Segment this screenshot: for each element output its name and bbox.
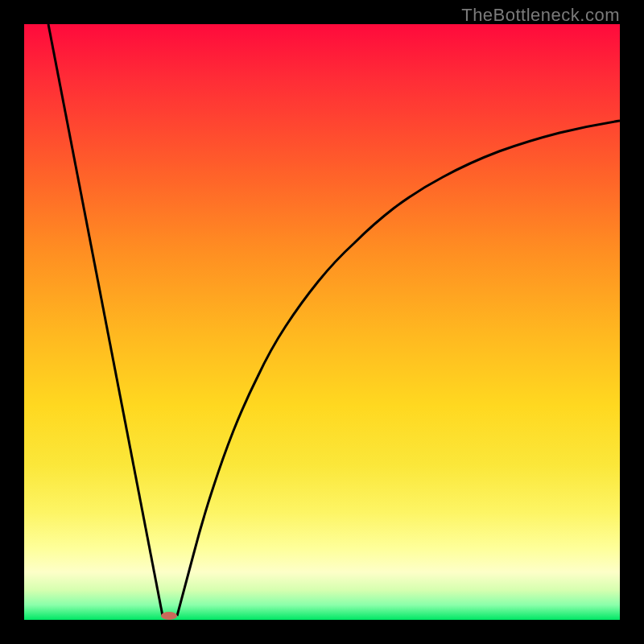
minimum-marker	[161, 612, 177, 620]
curve-left-descent	[48, 24, 163, 616]
chart-plot-area	[24, 24, 620, 620]
curve-right-ascent	[177, 121, 620, 616]
watermark-text: TheBottleneck.com	[461, 5, 620, 26]
bottleneck-curve	[24, 24, 620, 620]
